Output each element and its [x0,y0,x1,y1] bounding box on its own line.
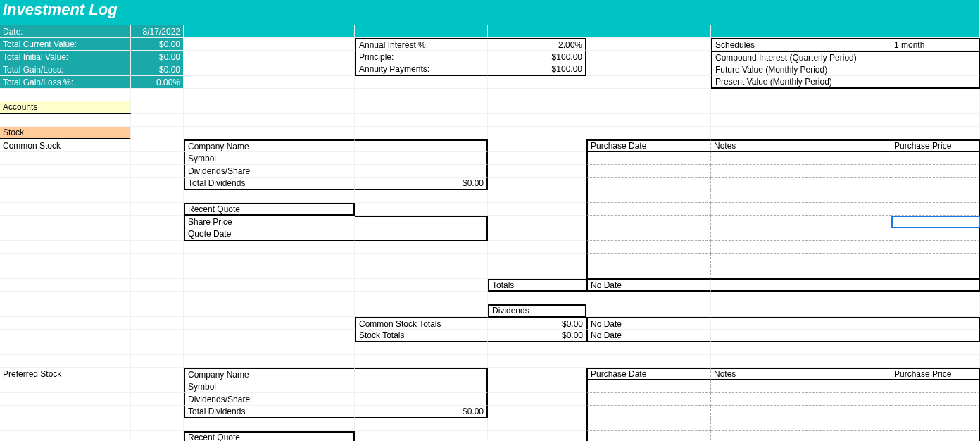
summary-tglp-label: Total Gain/Loss %: [0,76,131,89]
total-dividends-value[interactable]: $0.00 [355,178,488,190]
share-price-label: Share Price [184,216,355,228]
quote-date-label: Quote Date [184,228,355,241]
annuity-value[interactable]: $100.00 [488,63,586,76]
pref-totdiv-label: Total Dividends [184,406,355,418]
summary-tglp-value[interactable]: 0.00% [131,76,184,89]
schedule-compound[interactable]: Compound Interest (Quarterly Period) [711,51,891,63]
principle-value[interactable]: $100.00 [488,51,586,63]
totals-label: Totals [488,279,586,292]
annuity-label: Annuity Payments: [355,63,488,76]
selected-cell[interactable] [891,216,980,228]
accounts-header[interactable]: Accounts [0,101,131,114]
schedules-header: Schedules [711,38,891,51]
common-stock-totals-label: Common Stock Totals [355,317,488,330]
totals-no-date[interactable]: No Date [586,279,711,292]
summary-date-label: Date: [0,25,131,38]
stock-totals-label: Stock Totals [355,330,488,342]
pref-purchase-price-header: Purchase Price [891,368,980,380]
pref-purchase-date-header: Purchase Date [586,368,711,380]
pref-company-label: Company Name [184,368,355,380]
schedule-present[interactable]: Present Value (Monthly Period) [711,76,891,89]
purchase-date-header: Purchase Date [586,139,711,152]
dividends-header: Dividends [488,304,586,317]
dividends-share-label: Dividends/Share [184,165,355,178]
pref-recent-quote-header: Recent Quote [184,431,355,441]
annual-interest-label: Annual Interest %: [355,38,488,51]
title: Investment Log [0,0,980,25]
schedules-period[interactable]: 1 month [891,38,980,51]
pref-symbol-label: Symbol [184,380,355,393]
common-stock-totals-value[interactable]: $0.00 [488,317,586,330]
pref-notes-header: Notes [711,368,891,380]
stock-totals-value[interactable]: $0.00 [488,330,586,342]
summary-tcv-value[interactable]: $0.00 [131,38,184,51]
summary-tgl-label: Total Gain/Loss: [0,63,131,76]
summary-tcv-label: Total Current Value: [0,38,131,51]
schedule-future[interactable]: Future Value (Monthly Period) [711,63,891,76]
total-dividends-label: Total Dividends [184,178,355,190]
preferred-stock-label[interactable]: Preferred Stock [0,368,131,380]
company-name-label: Company Name [184,139,355,152]
notes-header: Notes [711,139,891,152]
recent-quote-header: Recent Quote [184,203,355,216]
annual-interest-value[interactable]: 2.00% [488,38,586,51]
company-name-value[interactable] [355,139,488,152]
table-cell[interactable] [586,152,711,165]
principle-label: Principle: [355,51,488,63]
summary-tgl-value[interactable]: $0.00 [131,63,184,76]
spreadsheet-grid[interactable]: Investment Log Date: 8/17/2022 Total Cur… [0,0,980,441]
cs-no-date[interactable]: No Date [586,317,711,330]
symbol-label: Symbol [184,152,355,165]
st-no-date[interactable]: No Date [586,330,711,342]
summary-date-value[interactable]: 8/17/2022 [131,25,184,38]
symbol-value[interactable] [355,152,488,165]
summary-tiv-label: Total Initial Value: [0,51,131,63]
purchase-price-header: Purchase Price [891,139,980,152]
summary-tiv-value[interactable]: $0.00 [131,51,184,63]
pref-divshare-label: Dividends/Share [184,393,355,406]
stock-header[interactable]: Stock [0,127,131,139]
pref-totdiv-value[interactable]: $0.00 [355,406,488,418]
common-stock-label[interactable]: Common Stock [0,139,131,152]
